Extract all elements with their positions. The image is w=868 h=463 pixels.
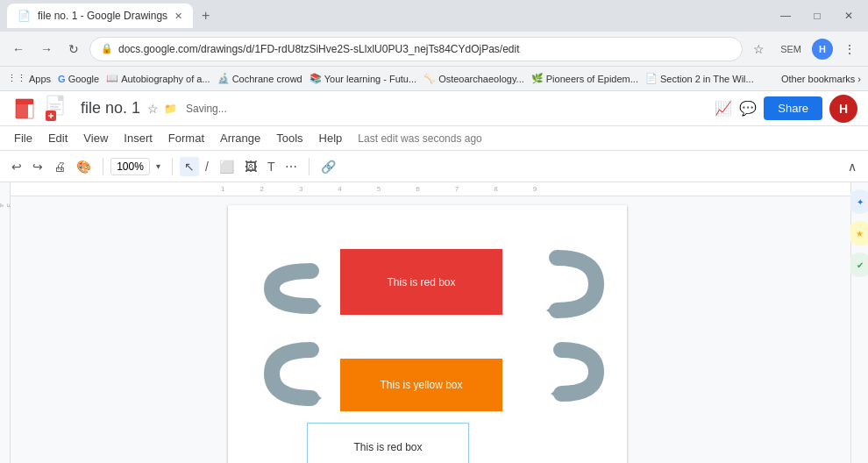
menu-edit[interactable]: Edit	[41, 130, 75, 146]
bookmarks-bar: ⋮⋮ Apps G Google 📖 Autobiography of a...…	[0, 67, 868, 91]
share-btn[interactable]: Share	[764, 96, 822, 120]
nav-bar: ← → ↻ 🔒 docs.google.com/drawings/d/1FD-r…	[0, 32, 868, 67]
browser-frame: 📄 file no. 1 - Google Drawings ✕ + — □ ✕…	[0, 0, 868, 91]
red-box-label: This is red box	[387, 276, 455, 288]
menu-btn[interactable]: ⋮	[838, 39, 861, 60]
move-btn[interactable]: 📁	[164, 103, 177, 115]
url-text: docs.google.com/drawings/d/1FD-rdU8tzSiH…	[118, 43, 520, 55]
text-tool-btn[interactable]: T	[263, 157, 280, 176]
saving-status: Saving...	[186, 103, 227, 115]
book-icon: 📖	[106, 73, 118, 84]
bookmark-btn[interactable]: ☆	[748, 39, 770, 60]
sep2	[172, 158, 173, 175]
tab-close-btn[interactable]: ✕	[174, 11, 182, 22]
drawing-content: This is red box	[228, 205, 627, 463]
menu-tools[interactable]: Tools	[269, 130, 309, 146]
undo-btn[interactable]: ↩	[7, 157, 26, 176]
zoom-dropdown-btn[interactable]: ▾	[152, 159, 165, 174]
svg-rect-9	[58, 96, 63, 101]
shape-tool-btn[interactable]: ⬜	[215, 157, 238, 176]
nav-extras: ☆ SEM H ⋮	[748, 39, 861, 60]
pioneers-icon: 🌿	[531, 73, 544, 84]
select-tool-btn[interactable]: ↖	[180, 157, 199, 176]
toolbar-tools: ↖ / ⬜ 🖼 T ⋯	[180, 157, 302, 176]
apps-label: Apps	[29, 74, 51, 84]
bm-osteo[interactable]: 🦴 Osteoarchaeology...	[423, 73, 524, 84]
print-btn[interactable]: 🖨	[49, 157, 70, 176]
close-btn[interactable]: ✕	[836, 6, 861, 25]
section-icon: 📄	[645, 73, 658, 84]
star-btn[interactable]: ☆	[147, 102, 159, 116]
collapse-toolbar-btn[interactable]: ∧	[843, 157, 861, 176]
bm-pioneers[interactable]: 🌿 Pioneers of Epidem...	[531, 73, 638, 84]
bm-learning-label: Your learning - Futu...	[324, 74, 416, 84]
user-avatar[interactable]: H	[829, 95, 857, 123]
right-circular-arrow-mid	[544, 337, 609, 410]
svg-rect-12	[50, 109, 60, 110]
reload-btn[interactable]: ↻	[63, 39, 84, 60]
google-icon: G	[58, 74, 66, 84]
red-box[interactable]: This is red box	[340, 249, 502, 315]
menu-format[interactable]: Format	[161, 130, 211, 146]
bm-other[interactable]: Other bookmarks ›	[781, 74, 861, 84]
tab-title: file no. 1 - Google Drawings	[38, 10, 167, 22]
menu-file[interactable]: File	[7, 130, 39, 146]
active-tab[interactable]: 📄 file no. 1 - Google Drawings ✕	[7, 4, 193, 28]
yellow-box-label: This is yellow box	[380, 379, 462, 391]
redo-btn[interactable]: ↪	[28, 157, 47, 176]
lock-icon: 🔒	[101, 43, 113, 54]
last-edit-text: Last edit was seconds ago	[358, 132, 481, 145]
menu-help[interactable]: Help	[312, 130, 350, 146]
notes-panel-btn[interactable]: ★	[848, 221, 869, 246]
paint-format-btn[interactable]: 🎨	[72, 157, 96, 176]
profile-btn[interactable]: H	[812, 39, 833, 60]
bm-section2[interactable]: 📄 Section 2 in The Wil...	[645, 73, 754, 84]
yellow-box[interactable]: This is yellow box	[340, 359, 502, 411]
horizontal-ruler: 1 2 3 4 5 6 7 8 9	[11, 182, 850, 196]
svg-rect-11	[50, 106, 59, 108]
menu-arrange[interactable]: Arrange	[213, 130, 267, 146]
canvas-container[interactable]: 1 2 3 4 5 6 7 8 9	[11, 182, 850, 463]
tasks-panel-btn[interactable]: ✔	[848, 253, 869, 277]
forward-btn[interactable]: →	[35, 39, 58, 60]
bm-other-label: Other bookmarks	[781, 74, 855, 84]
new-tab-btn[interactable]: +	[196, 6, 215, 25]
explore-panel-btn[interactable]: ✦	[848, 189, 869, 214]
maximize-btn[interactable]: □	[805, 6, 829, 25]
right-sidebar: ✦ ★ ✔	[850, 182, 868, 463]
title-bar: file no. 1 ☆ 📁 Saving... 📈 💬 Share H	[0, 91, 868, 126]
image-tool-btn[interactable]: 🖼	[240, 157, 261, 176]
zoom-input[interactable]: 100%	[110, 158, 150, 175]
line-tool-btn[interactable]: /	[201, 157, 213, 176]
link-tool-btn[interactable]: 🔗	[317, 157, 340, 176]
outline-box[interactable]: This is red box	[307, 423, 469, 463]
menu-view[interactable]: View	[76, 130, 115, 146]
doc-title[interactable]: file no. 1	[81, 99, 140, 118]
canvas-area[interactable]: This is red box	[11, 196, 850, 463]
menu-insert[interactable]: Insert	[117, 130, 160, 146]
bm-apps[interactable]: ⋮⋮ Apps	[7, 73, 51, 84]
bm-autobiography[interactable]: 📖 Autobiography of a...	[106, 73, 210, 84]
bm-google[interactable]: G Google	[58, 74, 99, 84]
url-bar[interactable]: 🔒 docs.google.com/drawings/d/1FD-rdU8tzS…	[89, 37, 743, 61]
back-btn[interactable]: ←	[7, 39, 30, 60]
menu-bar: File Edit View Insert Format Arrange Too…	[0, 126, 868, 151]
bm-google-label: Google	[68, 74, 99, 84]
sep1	[103, 158, 103, 175]
bm-section2-label: Section 2 in The Wil...	[660, 74, 754, 84]
vertical-ruler: 123456	[0, 182, 11, 463]
bm-autobiography-label: Autobiography of a...	[121, 74, 210, 84]
bm-learning[interactable]: 📚 Your learning - Futu...	[309, 73, 416, 84]
bm-cochrane[interactable]: 🔬 Cochrane crowd	[217, 73, 302, 84]
outline-box-label: This is red box	[353, 441, 422, 453]
canvas-page[interactable]: This is red box	[228, 205, 627, 463]
analytics-icon[interactable]: 📈	[715, 100, 732, 117]
minimize-btn[interactable]: —	[773, 6, 798, 25]
ext-btn1[interactable]: SEM	[775, 40, 807, 58]
comment-icon[interactable]: 💬	[739, 100, 757, 117]
window-controls: — □ ✕	[773, 6, 861, 25]
sep3	[309, 158, 309, 175]
app-container: file no. 1 ☆ 📁 Saving... 📈 💬 Share H Fil…	[0, 91, 868, 463]
right-circular-arrow-top	[539, 240, 609, 331]
more-tools-btn[interactable]: ⋯	[281, 157, 302, 176]
